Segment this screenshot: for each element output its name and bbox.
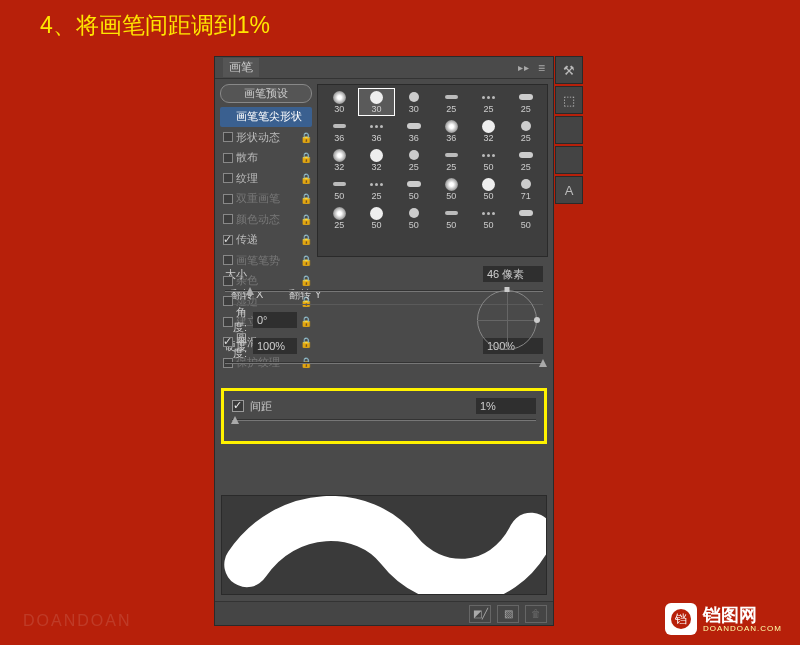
lock-icon: 🔒 [300, 214, 312, 225]
brush-swatch[interactable]: 50 [470, 146, 506, 174]
brush-swatch[interactable]: 25 [396, 146, 432, 174]
brush-swatch[interactable]: 36 [321, 117, 357, 145]
brush-swatch[interactable]: 36 [433, 117, 469, 145]
swatch-size-label: 32 [371, 162, 381, 172]
brush-tip-icon [330, 148, 348, 162]
checkbox-icon[interactable] [223, 337, 233, 347]
brush-swatch[interactable]: 36 [396, 117, 432, 145]
brush-swatch[interactable]: 25 [433, 146, 469, 174]
size-input[interactable] [483, 266, 543, 282]
brush-presets-button[interactable]: 画笔预设 [220, 84, 312, 103]
spacing-checkbox[interactable] [232, 400, 244, 412]
angle-widget[interactable] [471, 284, 543, 356]
toggle-view-icon[interactable]: ◩╱ [469, 605, 491, 623]
brush-swatch[interactable]: 50 [470, 204, 506, 232]
brush-swatch[interactable]: 25 [508, 117, 544, 145]
brush-swatch[interactable]: 30 [396, 88, 432, 116]
checkbox-icon[interactable] [223, 173, 233, 183]
brush-swatch[interactable]: 50 [470, 175, 506, 203]
brush-swatch[interactable]: 25 [358, 175, 394, 203]
brush-swatch[interactable]: 71 [508, 175, 544, 203]
swatch-size-label: 50 [521, 220, 531, 230]
panel-menu-icon[interactable]: ≡ [538, 61, 545, 75]
brush-swatch[interactable]: 30 [321, 88, 357, 116]
brush-swatch[interactable]: 25 [470, 88, 506, 116]
swatch-size-label: 32 [483, 133, 493, 143]
swatch-size-label: 25 [334, 220, 344, 230]
swatch-size-label: 25 [371, 191, 381, 201]
brush-tip-icon [330, 119, 348, 133]
brush-swatch[interactable]: 50 [396, 175, 432, 203]
watermark-brand-cn: 铛图网 [703, 606, 782, 624]
swatch-size-label: 50 [483, 220, 493, 230]
sidebar-item[interactable]: 纹理🔒 [220, 168, 312, 188]
brush-tip-icon [479, 148, 497, 162]
sidebar-item[interactable]: 散布🔒 [220, 148, 312, 168]
checkbox-icon[interactable] [223, 153, 233, 163]
sidebar-item[interactable]: 画笔笔尖形状 [220, 107, 312, 127]
sidebar-item[interactable]: 颜色动态🔒 [220, 209, 312, 229]
brush-tip-icon [330, 177, 348, 191]
swatch-size-label: 30 [334, 104, 344, 114]
lock-icon: 🔒 [300, 132, 312, 143]
checkbox-icon[interactable] [223, 214, 233, 224]
brush-swatch[interactable]: 50 [433, 204, 469, 232]
swatch-size-label: 36 [334, 133, 344, 143]
brush-tip-icon [517, 90, 535, 104]
brush-swatch-area: 3030302525253636363632253232252550255025… [317, 84, 548, 257]
brush-swatch[interactable]: 50 [321, 175, 357, 203]
brush-swatch[interactable]: 25 [508, 146, 544, 174]
sidebar-item-label: 颜色动态 [236, 212, 280, 227]
panel-tab-brush[interactable]: 画笔 [223, 58, 259, 77]
rail-item-3[interactable] [555, 116, 583, 144]
brush-swatch[interactable]: 25 [321, 204, 357, 232]
brush-swatch[interactable]: 50 [508, 204, 544, 232]
brush-options-sidebar: 画笔预设 画笔笔尖形状形状动态🔒散布🔒纹理🔒双重画笔🔒颜色动态🔒传递🔒画笔笔势🔒… [215, 79, 317, 257]
angle-input[interactable] [253, 312, 297, 328]
swatch-size-label: 32 [334, 162, 344, 172]
brush-swatch[interactable]: 32 [470, 117, 506, 145]
brush-swatch[interactable]: 50 [358, 204, 394, 232]
brush-tip-icon [330, 90, 348, 104]
sidebar-item[interactable]: 形状动态🔒 [220, 127, 312, 147]
rail-3d-icon[interactable]: ⬚ [555, 86, 583, 114]
new-preset-icon[interactable]: ▧ [497, 605, 519, 623]
brush-swatch[interactable]: 36 [358, 117, 394, 145]
sidebar-item[interactable]: 传递🔒 [220, 230, 312, 250]
brush-swatch[interactable]: 32 [321, 146, 357, 174]
brush-tip-icon [367, 148, 385, 162]
brush-tip-icon [367, 206, 385, 220]
panel-header: 画笔 ▸▸ ≡ [215, 57, 553, 79]
checkbox-icon[interactable] [223, 132, 233, 142]
checkbox-icon[interactable] [223, 194, 233, 204]
sidebar-item-label: 形状动态 [236, 130, 280, 145]
swatch-size-label: 71 [521, 191, 531, 201]
brush-panel: 画笔 ▸▸ ≡ 画笔预设 画笔笔尖形状形状动态🔒散布🔒纹理🔒双重画笔🔒颜色动态🔒… [214, 56, 554, 626]
brush-swatch[interactable]: 25 [508, 88, 544, 116]
checkbox-icon[interactable] [223, 317, 233, 327]
brush-tip-icon [405, 119, 423, 133]
brush-tip-icon [479, 90, 497, 104]
sidebar-item[interactable]: 双重画笔🔒 [220, 189, 312, 209]
trash-icon[interactable]: 🗑 [525, 605, 547, 623]
brush-swatch[interactable]: 50 [396, 204, 432, 232]
brush-swatch[interactable]: 25 [433, 88, 469, 116]
brush-tip-icon [405, 206, 423, 220]
spacing-slider[interactable] [232, 416, 536, 427]
brush-swatch[interactable]: 30 [358, 88, 394, 116]
brush-swatch[interactable]: 50 [433, 175, 469, 203]
swatch-size-label: 36 [409, 133, 419, 143]
brush-tip-icon [479, 206, 497, 220]
roundness-input[interactable] [253, 338, 297, 354]
rail-character-icon[interactable]: A [555, 176, 583, 204]
rail-brushes-icon[interactable]: ⚒ [555, 56, 583, 84]
spacing-input[interactable] [476, 398, 536, 414]
advance-icon[interactable]: ▸▸ [518, 62, 530, 73]
checkbox-icon[interactable] [223, 255, 233, 265]
rail-item-4[interactable] [555, 146, 583, 174]
checkbox-icon[interactable] [223, 276, 233, 286]
hardness-slider[interactable] [225, 359, 543, 370]
brush-swatch[interactable]: 32 [358, 146, 394, 174]
checkbox-icon[interactable] [223, 235, 233, 245]
brush-tip-icon [442, 206, 460, 220]
